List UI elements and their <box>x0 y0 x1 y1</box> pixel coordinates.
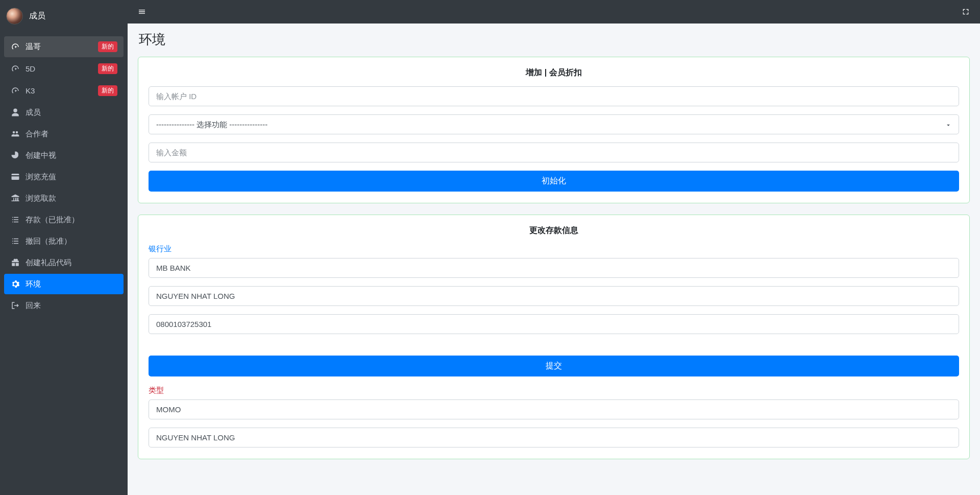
type-value-input[interactable] <box>149 399 959 419</box>
sidebar-item-k3[interactable]: K3 新的 <box>4 80 124 101</box>
gauge-icon <box>10 64 20 74</box>
menu-toggle-button[interactable] <box>135 5 149 19</box>
sidebar-item-partners[interactable]: 合作者 <box>4 124 124 144</box>
gauge-icon <box>10 86 20 96</box>
sidebar-item-label: 成员 <box>26 108 117 117</box>
pie-icon <box>10 150 20 160</box>
page-title: 环境 <box>138 31 970 49</box>
sidebar-item-create-gift[interactable]: 创建礼品代码 <box>4 252 124 273</box>
content: 环境 增加 | 会员折扣 --------------- 选择功能 ------… <box>128 23 980 495</box>
sidebar-item-environment[interactable]: 环境 <box>4 274 124 294</box>
account-name-input[interactable] <box>149 286 959 306</box>
main: 环境 增加 | 会员折扣 --------------- 选择功能 ------… <box>128 0 980 495</box>
account-id-input[interactable] <box>149 86 959 106</box>
function-select[interactable]: --------------- 选择功能 --------------- <box>149 114 959 134</box>
sidebar-item-label: 浏览取款 <box>26 194 117 203</box>
initialize-button[interactable]: 初始化 <box>149 171 959 192</box>
badge-new: 新的 <box>98 85 117 96</box>
bank-section-label: 银行业 <box>149 244 959 254</box>
sidebar-item-deposit-approved[interactable]: 存款（已批准） <box>4 209 124 230</box>
app-title: 成员 <box>29 11 45 21</box>
sidebar-item-label: 回来 <box>26 301 117 311</box>
sidebar-item-label: 温哥 <box>26 42 98 52</box>
amount-input[interactable] <box>149 143 959 162</box>
fullscreen-button[interactable] <box>959 5 973 19</box>
gauge-icon <box>10 42 20 52</box>
card-title: 增加 | 会员折扣 <box>149 67 959 78</box>
card-title: 更改存款信息 <box>149 225 959 236</box>
submit-button[interactable]: 提交 <box>149 356 959 376</box>
type-section-label: 类型 <box>149 386 959 395</box>
sidebar-item-label: K3 <box>26 86 98 95</box>
sidebar-item-browse-recharge[interactable]: 浏览充值 <box>4 167 124 187</box>
sidebar-item-members[interactable]: 成员 <box>4 102 124 123</box>
sidebar-item-label: 合作者 <box>26 129 117 139</box>
sidebar-item-label: 5D <box>26 64 98 73</box>
badge-new: 新的 <box>98 41 117 52</box>
sidebar-item-withdraw-approved[interactable]: 撤回（批准） <box>4 231 124 251</box>
type-account-name-input[interactable] <box>149 428 959 447</box>
sidebar: 成员 温哥 新的 5D 新的 K3 <box>0 0 128 495</box>
list-icon <box>10 215 20 225</box>
sidebar-nav: 温哥 新的 5D 新的 K3 新的 成员 <box>0 32 128 320</box>
gear-icon <box>10 279 20 289</box>
sidebar-header: 成员 <box>0 0 128 32</box>
user-icon <box>10 107 20 117</box>
card-deposit-info: 更改存款信息 银行业 提交 类型 <box>138 215 970 459</box>
sidebar-item-label: 存款（已批准） <box>26 215 117 225</box>
sidebar-item-5d[interactable]: 5D 新的 <box>4 58 124 79</box>
users-icon <box>10 129 20 139</box>
sidebar-item-label: 环境 <box>26 279 117 289</box>
sidebar-item-label: 撤回（批准） <box>26 237 117 246</box>
badge-new: 新的 <box>98 63 117 74</box>
topbar <box>128 0 980 23</box>
bank-icon <box>10 193 20 203</box>
sidebar-item-label: 创建礼品代码 <box>26 258 117 268</box>
sidebar-item-back[interactable]: 回来 <box>4 295 124 316</box>
card-member-discount: 增加 | 会员折扣 --------------- 选择功能 ---------… <box>138 57 970 203</box>
account-number-input[interactable] <box>149 314 959 334</box>
logout-icon <box>10 300 20 311</box>
avatar <box>6 8 23 25</box>
list-icon <box>10 236 20 246</box>
sidebar-item-label: 浏览充值 <box>26 172 117 182</box>
sidebar-item-wenge[interactable]: 温哥 新的 <box>4 36 124 57</box>
sidebar-item-label: 创建中视 <box>26 151 117 160</box>
bank-name-input[interactable] <box>149 258 959 278</box>
card-icon <box>10 172 20 182</box>
sidebar-item-browse-withdraw[interactable]: 浏览取款 <box>4 188 124 208</box>
gift-icon <box>10 257 20 268</box>
sidebar-item-create-view[interactable]: 创建中视 <box>4 145 124 166</box>
